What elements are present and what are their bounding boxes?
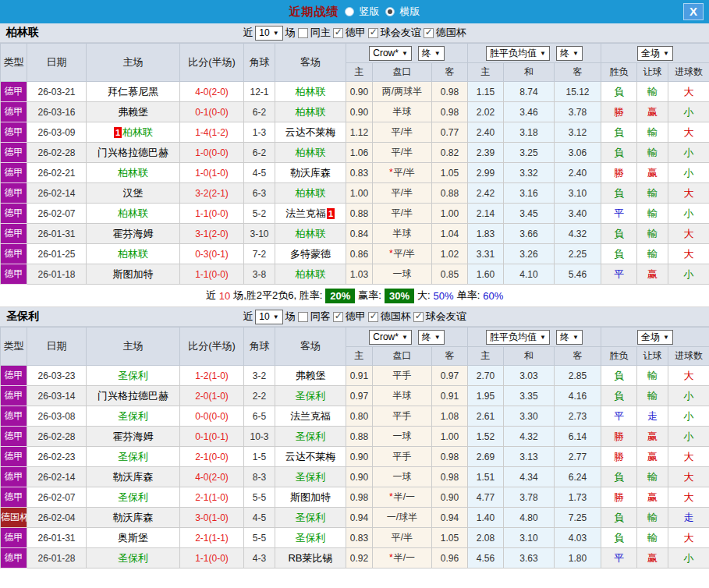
team-name[interactable]: 勒沃库森: [290, 167, 331, 179]
match-row: 德甲26-03-14门兴格拉德巴赫2-0(1-0)2-2圣保利0.97半球0.9…: [1, 386, 709, 406]
scope-select[interactable]: 全场▼: [637, 330, 673, 345]
scope-select[interactable]: 全场▼: [637, 46, 673, 61]
bookmaker-select[interactable]: Crow*▼: [369, 330, 412, 345]
match-count-select[interactable]: 10▼: [255, 26, 282, 41]
same-venue-checkbox[interactable]: [298, 312, 308, 322]
match-date: 26-02-28: [27, 427, 87, 447]
match-row: 德甲26-02-21柏林联1-0(1-0)4-5勒沃库森0.83*平/半1.05…: [1, 163, 709, 183]
layout-horizontal-radio[interactable]: [385, 7, 395, 16]
layout-vertical-label[interactable]: 竖版: [360, 5, 380, 19]
league-filter-checkbox[interactable]: [424, 28, 434, 38]
team-cell: 云达不莱梅: [275, 122, 346, 143]
page-title: 近期战绩: [289, 5, 339, 19]
asian-period-select[interactable]: 终▼: [418, 330, 445, 345]
league-filter-checkbox[interactable]: [368, 28, 378, 38]
league-filter-checkbox[interactable]: [333, 28, 343, 38]
goals-outcome: 小: [668, 548, 709, 569]
team-name[interactable]: 柏林联: [122, 126, 153, 138]
team-name[interactable]: 圣保利: [118, 552, 148, 564]
league-filter-label[interactable]: 球会友谊: [381, 26, 421, 40]
team-name[interactable]: 云达不莱梅: [285, 126, 336, 138]
league-filter-checkbox[interactable]: [333, 312, 343, 322]
team-name[interactable]: 圣保利: [118, 410, 148, 422]
team-name[interactable]: 多特蒙德: [290, 248, 331, 260]
league-filter-checkbox[interactable]: [413, 312, 424, 322]
team-name[interactable]: 圣保利: [296, 512, 326, 523]
match-count-select[interactable]: 10▼: [255, 310, 282, 324]
goals-outcome: 大: [668, 366, 709, 386]
goals-outcome: 小: [668, 204, 709, 224]
close-icon[interactable]: X: [683, 3, 704, 20]
layout-horizontal-label[interactable]: 横版: [400, 5, 420, 19]
team-name[interactable]: 柏林联: [296, 86, 326, 97]
asian-odds: 0.83: [346, 163, 373, 183]
league-filter-label[interactable]: 球会友谊: [426, 310, 466, 324]
same-venue-checkbox[interactable]: [298, 28, 308, 38]
league-filter-label[interactable]: 德国杯: [381, 310, 411, 324]
europe-average-select[interactable]: 胜平负均值▼: [486, 46, 550, 61]
league-filter-checkbox[interactable]: [368, 312, 378, 322]
col-header-away: 客场: [275, 44, 346, 82]
team-name[interactable]: 柏林联: [296, 187, 326, 199]
team-name[interactable]: 柏林联: [118, 167, 148, 179]
europe-odds: 1.40: [468, 508, 504, 528]
corner-count: 4-5: [244, 163, 275, 183]
team-name[interactable]: 圣保利: [296, 471, 326, 483]
team-name[interactable]: 柏林联: [118, 248, 148, 260]
team-name[interactable]: RB莱比锡: [288, 552, 332, 564]
match-row: 德甲26-01-25柏林联0-3(0-1)7-2多特蒙德0.86*平/半1.02…: [1, 244, 709, 264]
team-name[interactable]: 奥斯堡: [118, 532, 148, 544]
handicap-value: *半/一: [373, 548, 432, 569]
europe-average-select[interactable]: 胜平负均值▼: [486, 330, 550, 345]
team-name[interactable]: 圣保利: [296, 430, 326, 442]
team-name[interactable]: 圣保利: [118, 370, 148, 381]
team-name[interactable]: 法兰克福: [285, 207, 326, 219]
asian-odds: 0.90: [346, 467, 373, 487]
team-name[interactable]: 柏林联: [296, 228, 326, 239]
match-type-badge: 德甲: [1, 102, 27, 122]
team-name[interactable]: 圣保利: [296, 390, 326, 402]
team-name[interactable]: 门兴格拉德巴赫: [97, 390, 168, 402]
same-venue-label[interactable]: 同主: [310, 26, 331, 40]
league-filter-label[interactable]: 德甲: [346, 26, 366, 40]
sub-header-euro-draw: 和: [504, 347, 555, 366]
team-name[interactable]: 弗赖堡: [296, 370, 326, 381]
team-name[interactable]: 圣保利: [296, 532, 326, 544]
europe-odds: 3.03: [504, 366, 555, 386]
team-name[interactable]: 圣保利: [118, 491, 148, 503]
team-name[interactable]: 斯图加特: [113, 268, 154, 280]
summary-text: 单率:: [457, 289, 480, 303]
team-name[interactable]: 云达不莱梅: [285, 451, 336, 462]
team-name[interactable]: 弗赖堡: [118, 106, 148, 118]
team-name[interactable]: 柏林联: [296, 147, 326, 158]
score-cell: 1-0(1-0): [180, 163, 244, 183]
team-name[interactable]: 门兴格拉德巴赫: [97, 147, 168, 158]
team-name[interactable]: 霍芬海姆: [113, 228, 154, 239]
result-outcome: 勝: [601, 447, 637, 467]
team-name[interactable]: 霍芬海姆: [113, 430, 154, 442]
same-venue-label[interactable]: 同客: [310, 310, 331, 324]
bookmaker-select[interactable]: Crow*▼: [369, 46, 412, 61]
team-cell: 勒沃库森: [87, 467, 180, 487]
league-filter-label[interactable]: 德国杯: [436, 26, 466, 40]
team-name[interactable]: 柏林联: [296, 268, 326, 280]
team-name[interactable]: 斯图加特: [290, 491, 331, 503]
team-name[interactable]: 汉堡: [123, 187, 144, 199]
team-name[interactable]: 勒沃库森: [113, 471, 154, 483]
team-name[interactable]: 拜仁慕尼黑: [108, 86, 158, 97]
team-name[interactable]: 法兰克福: [290, 410, 331, 422]
team-name[interactable]: 柏林联: [296, 106, 326, 118]
europe-period-select[interactable]: 终▼: [556, 46, 583, 61]
europe-period-select[interactable]: 终▼: [556, 330, 583, 345]
layout-vertical-radio[interactable]: [345, 7, 354, 16]
team-name[interactable]: 柏林联: [118, 207, 148, 219]
asian-period-select[interactable]: 终▼: [418, 46, 445, 61]
handicap-outcome: 走: [637, 406, 668, 427]
team-name[interactable]: 圣保利: [118, 451, 148, 462]
team-name[interactable]: 勒沃库森: [113, 512, 154, 523]
goals-outcome: 大: [668, 487, 709, 508]
handicap-outcome: 赢: [637, 427, 668, 447]
team-cell: 圣保利: [275, 467, 346, 487]
match-row: 德国杯26-02-04勒沃库森3-0(1-0)4-5圣保利0.94一/球半0.9…: [1, 508, 709, 528]
league-filter-label[interactable]: 德甲: [346, 310, 366, 324]
